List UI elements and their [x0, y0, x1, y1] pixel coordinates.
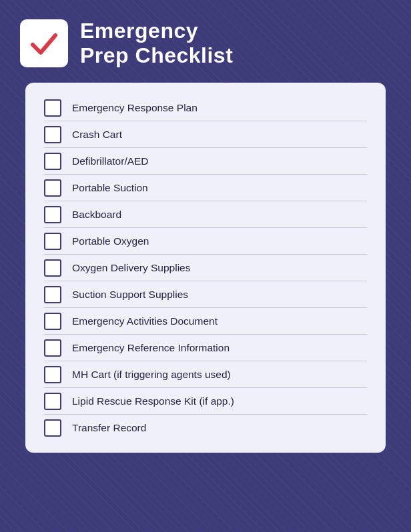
item-label-suction-support-supplies: Suction Support Supplies [72, 289, 188, 301]
checklist-item-emergency-reference-information[interactable]: Emergency Reference Information [44, 335, 367, 361]
header-icon-wrapper [20, 19, 68, 67]
checkbox-mh-cart[interactable] [44, 366, 61, 383]
checkbox-portable-oxygen[interactable] [44, 233, 61, 250]
checklist-item-emergency-response-plan[interactable]: Emergency Response Plan [44, 95, 367, 121]
item-label-backboard: Backboard [72, 209, 121, 221]
checkbox-emergency-activities-document[interactable] [44, 313, 61, 330]
item-label-emergency-response-plan: Emergency Response Plan [72, 102, 197, 114]
item-label-defibrillator-aed: Defibrillator/AED [72, 155, 149, 167]
page-header: Emergency Prep Checklist [0, 0, 411, 83]
checklist-item-mh-cart[interactable]: MH Cart (if triggering agents used) [44, 361, 367, 388]
checkbox-transfer-record[interactable] [44, 419, 61, 437]
checkbox-backboard[interactable] [44, 206, 61, 223]
checkmark-icon [28, 27, 60, 59]
checklist-item-oxygen-delivery-supplies[interactable]: Oxygen Delivery Supplies [44, 255, 367, 281]
title-line1: Emergency [80, 19, 198, 43]
item-label-portable-suction: Portable Suction [72, 182, 148, 194]
item-label-mh-cart: MH Cart (if triggering agents used) [72, 369, 231, 381]
item-label-lipid-rescue: Lipid Rescue Response Kit (if app.) [72, 395, 234, 407]
item-label-transfer-record: Transfer Record [72, 422, 146, 434]
checklist-item-transfer-record[interactable]: Transfer Record [44, 415, 367, 441]
checklist-item-lipid-rescue[interactable]: Lipid Rescue Response Kit (if app.) [44, 388, 367, 415]
checkbox-crash-cart[interactable] [44, 126, 61, 143]
checkbox-defibrillator-aed[interactable] [44, 153, 61, 170]
checklist-card: Emergency Response PlanCrash CartDefibri… [25, 83, 386, 453]
item-label-emergency-activities-document: Emergency Activities Document [72, 315, 218, 327]
checkbox-portable-suction[interactable] [44, 179, 61, 197]
page-title: Emergency Prep Checklist [80, 19, 233, 68]
checklist-item-defibrillator-aed[interactable]: Defibrillator/AED [44, 148, 367, 175]
checklist-item-crash-cart[interactable]: Crash Cart [44, 121, 367, 148]
item-label-emergency-reference-information: Emergency Reference Information [72, 342, 230, 354]
checklist-item-emergency-activities-document[interactable]: Emergency Activities Document [44, 308, 367, 335]
checklist-item-portable-suction[interactable]: Portable Suction [44, 175, 367, 201]
checkbox-suction-support-supplies[interactable] [44, 286, 61, 303]
item-label-portable-oxygen: Portable Oxygen [72, 235, 149, 247]
title-line2: Prep Checklist [80, 43, 233, 67]
checkbox-emergency-response-plan[interactable] [44, 99, 61, 117]
checklist-item-backboard[interactable]: Backboard [44, 201, 367, 228]
checklist-item-suction-support-supplies[interactable]: Suction Support Supplies [44, 281, 367, 308]
item-label-crash-cart: Crash Cart [72, 129, 122, 141]
checklist-item-portable-oxygen[interactable]: Portable Oxygen [44, 228, 367, 255]
checkbox-lipid-rescue[interactable] [44, 393, 61, 410]
checkbox-emergency-reference-information[interactable] [44, 339, 61, 357]
item-label-oxygen-delivery-supplies: Oxygen Delivery Supplies [72, 262, 190, 274]
checkbox-oxygen-delivery-supplies[interactable] [44, 259, 61, 277]
